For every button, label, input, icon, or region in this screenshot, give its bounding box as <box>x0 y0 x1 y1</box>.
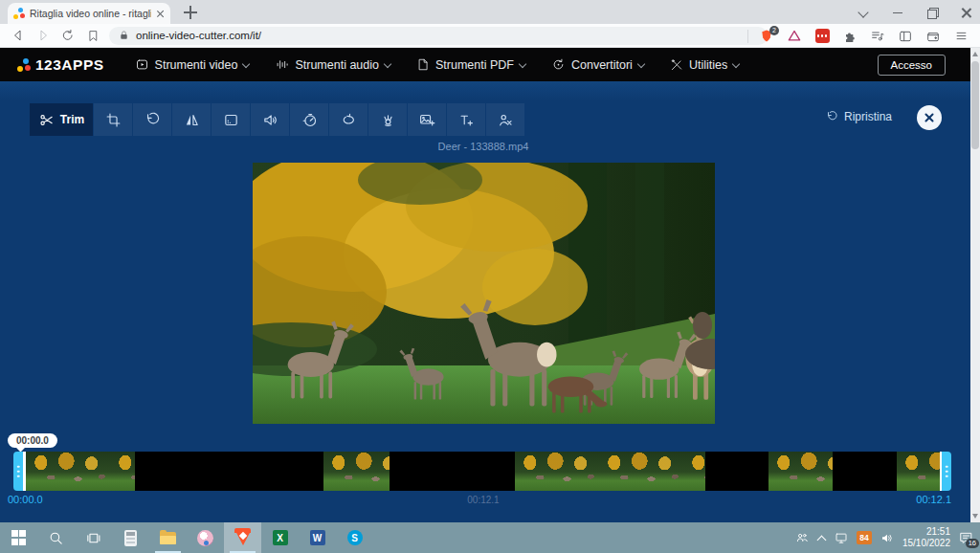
nav-audio-tools[interactable]: Strumenti audio <box>275 57 391 72</box>
nav-video-tools[interactable]: Strumenti video <box>135 57 251 72</box>
hidden-icons-chevron[interactable] <box>817 534 826 542</box>
taskbar-paint3d[interactable] <box>187 522 224 553</box>
action-center-button[interactable]: 16 <box>958 530 974 545</box>
taskbar-clock[interactable]: 21:51 15/10/2022 <box>902 526 950 550</box>
flip-tool-button[interactable] <box>172 103 211 136</box>
taskbar-file-explorer[interactable] <box>149 522 187 553</box>
crop-tool-button[interactable] <box>94 103 132 136</box>
video-preview[interactable] <box>253 163 715 424</box>
taskbar-brave[interactable] <box>224 522 261 553</box>
video-filename: Deer - 133888.mp4 <box>0 141 967 152</box>
chevron-down-icon <box>638 60 645 67</box>
timeline-gap[interactable] <box>705 452 768 491</box>
taskbar-skype[interactable]: S <box>336 522 373 553</box>
window-chevron-icon[interactable] <box>858 7 869 18</box>
start-button[interactable] <box>0 522 37 553</box>
taskbar-calculator[interactable] <box>112 522 149 553</box>
volume-icon <box>262 112 278 128</box>
nav-converters[interactable]: Convertitori <box>551 57 645 72</box>
timeline-thumbnail[interactable] <box>897 452 940 491</box>
add-text-icon <box>457 112 475 128</box>
brave-shield-icon[interactable]: 2 <box>757 27 776 46</box>
speed-tool-button[interactable] <box>290 103 328 136</box>
tab-close-icon[interactable] <box>156 10 165 18</box>
close-editor-button[interactable] <box>917 105 942 130</box>
calculator-icon <box>124 530 137 546</box>
clock-date: 15/10/2022 <box>902 538 950 548</box>
browser-menu-icon[interactable] <box>951 27 970 46</box>
excel-icon: X <box>273 530 288 545</box>
timeline-track[interactable] <box>13 452 951 491</box>
task-view-button[interactable] <box>75 522 112 553</box>
scroll-up-icon[interactable] <box>972 52 978 56</box>
new-tab-button[interactable] <box>184 6 197 19</box>
url-text: online-video-cutter.com/it/ <box>136 30 261 41</box>
back-button[interactable] <box>6 26 31 45</box>
scrollbar-thumb[interactable] <box>971 61 979 149</box>
taskbar-search-button[interactable] <box>37 522 75 553</box>
chevron-down-icon <box>243 60 250 67</box>
timeline-thumbnail[interactable] <box>515 452 705 491</box>
crop-icon <box>105 112 122 128</box>
timeline-thumbnail[interactable] <box>768 452 833 491</box>
timeline-gap[interactable] <box>390 452 515 491</box>
wallet-icon[interactable] <box>924 27 943 46</box>
logo-text: 123APPS <box>35 56 104 74</box>
converters-icon <box>551 57 566 72</box>
window-close-button[interactable] <box>961 7 972 18</box>
forward-button[interactable] <box>31 26 56 45</box>
nav-pdf-tools[interactable]: Strumenti PDF <box>416 57 526 72</box>
nav-utilities[interactable]: Utilities <box>670 58 740 72</box>
brave-rewards-icon[interactable] <box>785 27 804 46</box>
signin-button[interactable]: Accesso <box>878 55 946 76</box>
trim-end-handle[interactable] <box>942 452 951 491</box>
lastpass-extension-icon[interactable] <box>813 27 832 46</box>
browser-tab[interactable]: Ritaglia video online - ritaglia MP <box>8 3 170 24</box>
trim-tool-button[interactable]: Trim <box>30 103 93 136</box>
timeline-gap[interactable] <box>833 452 897 491</box>
address-bar[interactable]: online-video-cutter.com/it/ <box>109 27 768 45</box>
people-icon[interactable] <box>794 531 810 545</box>
trim-start-handle[interactable] <box>13 452 23 491</box>
bookmark-icon[interactable] <box>80 26 105 45</box>
flip-icon <box>184 112 200 128</box>
video-tools-icon <box>135 57 149 72</box>
resize-tool-button[interactable] <box>212 103 250 136</box>
123apps-logo[interactable]: 123APPS <box>17 56 104 74</box>
taskbar-word[interactable]: W <box>299 522 336 553</box>
playlist-icon[interactable] <box>868 27 887 46</box>
volume-icon[interactable] <box>880 531 895 545</box>
loop-icon <box>341 112 357 128</box>
timeline-gap[interactable] <box>135 452 323 491</box>
window-minimize-button[interactable] <box>892 7 903 18</box>
taskbar-excel[interactable]: X <box>261 522 299 553</box>
windows-logo-icon <box>11 530 27 545</box>
restore-button[interactable]: Ripristina <box>825 110 892 123</box>
page-scrollbar[interactable] <box>970 48 980 522</box>
remove-audio-tool-button[interactable] <box>486 103 524 136</box>
window-restore-button[interactable] <box>926 7 938 18</box>
network-icon[interactable] <box>834 531 849 545</box>
stabilize-tool-button[interactable] <box>368 103 407 136</box>
scissors-icon <box>38 112 55 128</box>
logo-dots-icon <box>17 58 29 72</box>
timeline-thumbnail[interactable] <box>26 452 135 491</box>
extensions-puzzle-icon[interactable] <box>840 27 859 46</box>
chevron-down-icon <box>520 60 526 67</box>
timeline-thumbnail[interactable] <box>323 452 390 491</box>
add-image-tool-button[interactable] <box>408 103 446 136</box>
scroll-down-icon[interactable] <box>972 514 978 519</box>
add-text-tool-button[interactable] <box>447 103 485 136</box>
folder-icon <box>160 532 176 544</box>
timeline-end-time: 00:12.1 <box>916 494 951 505</box>
volume-tool-button[interactable] <box>251 103 289 136</box>
reload-button[interactable] <box>56 26 80 45</box>
utilities-icon <box>670 58 683 72</box>
rotate-tool-button[interactable] <box>133 103 171 136</box>
chevron-down-icon <box>733 60 740 67</box>
loop-tool-button[interactable] <box>329 103 368 136</box>
shield-badge: 2 <box>769 26 779 35</box>
sidebar-icon[interactable] <box>896 27 915 46</box>
temperature-badge[interactable]: 84 <box>857 531 872 544</box>
playhead-tooltip: 00:00.0 <box>8 433 57 448</box>
